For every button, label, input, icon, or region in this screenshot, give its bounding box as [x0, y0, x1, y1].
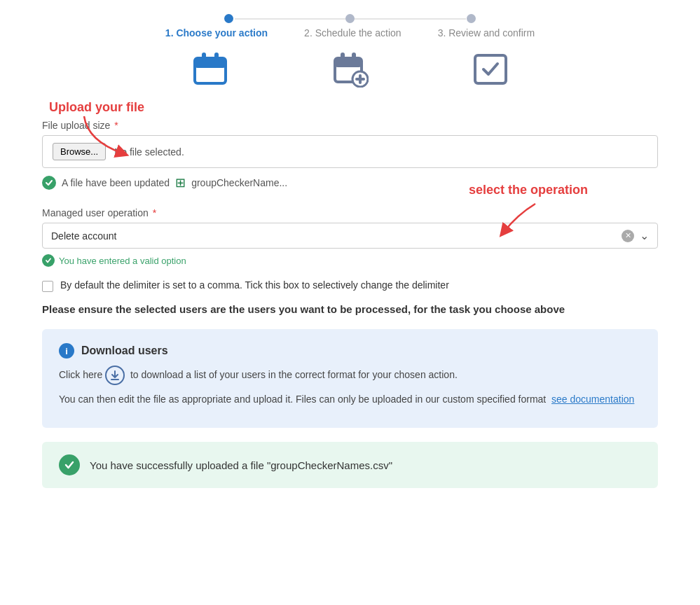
- svg-rect-1: [195, 58, 226, 68]
- step-3-dot: [467, 14, 476, 23]
- step-1-icon: [192, 51, 228, 90]
- download-line2: You can then edit the file as appropriat…: [59, 392, 641, 407]
- delimiter-checkbox-row: By default the delimiter is set to a com…: [42, 279, 658, 292]
- svg-rect-10: [355, 78, 365, 81]
- valid-option-text: You have entered a valid option: [59, 256, 186, 266]
- ensure-text: Please ensure the selected users are the…: [42, 303, 658, 315]
- step-2-dot: [345, 14, 355, 23]
- select-arrow: [490, 200, 539, 235]
- svg-rect-5: [335, 58, 362, 67]
- valid-check-icon: [42, 254, 55, 267]
- operation-label: Managed user operation: [42, 207, 149, 218]
- operation-required: *: [153, 207, 156, 218]
- success-upload-text: You have successfully uploaded a file "g…: [90, 459, 392, 471]
- dropdown-arrow-icon: ⌄: [640, 229, 649, 242]
- step-3-icon: [472, 51, 509, 90]
- file-updated-check: [42, 176, 56, 190]
- dropdown-clear-btn[interactable]: ✕: [622, 230, 634, 242]
- svg-rect-7: [352, 53, 356, 62]
- download-icon[interactable]: [105, 366, 125, 385]
- delimiter-label: By default the delimiter is set to a com…: [60, 279, 449, 291]
- select-annotation-label: select the operation: [469, 183, 588, 197]
- file-updated-text: A file have been updated: [62, 177, 170, 188]
- svg-rect-2: [202, 53, 206, 62]
- svg-rect-6: [341, 53, 345, 62]
- delimiter-checkbox[interactable]: [42, 281, 53, 292]
- spreadsheet-icon: ⊞: [175, 175, 186, 190]
- download-title: Download users: [81, 345, 168, 357]
- step-2-label: 2. Schedule the action: [304, 27, 402, 39]
- valid-option-msg: You have entered a valid option: [42, 254, 658, 267]
- svg-rect-11: [475, 55, 506, 83]
- download-users-box: i Download users Click here to download …: [42, 329, 658, 428]
- info-icon: i: [59, 343, 74, 359]
- file-ref: groupCheckerName...: [191, 177, 287, 188]
- step-3-label: 3. Review and confirm: [438, 27, 535, 39]
- download-line1: Click here to download a list of your us…: [59, 366, 641, 385]
- step-1-label: 1. Choose your action: [165, 27, 268, 39]
- step-2-icon: [332, 51, 369, 90]
- success-check-icon: [59, 454, 80, 475]
- step-1-dot: [224, 14, 233, 23]
- see-documentation-link[interactable]: see documentation: [551, 394, 634, 405]
- upload-arrow: [81, 113, 137, 158]
- operation-dropdown[interactable]: Delete account ✕ ⌄: [42, 223, 658, 249]
- success-upload-box: You have successfully uploaded a file "g…: [42, 442, 658, 488]
- svg-rect-3: [214, 53, 219, 62]
